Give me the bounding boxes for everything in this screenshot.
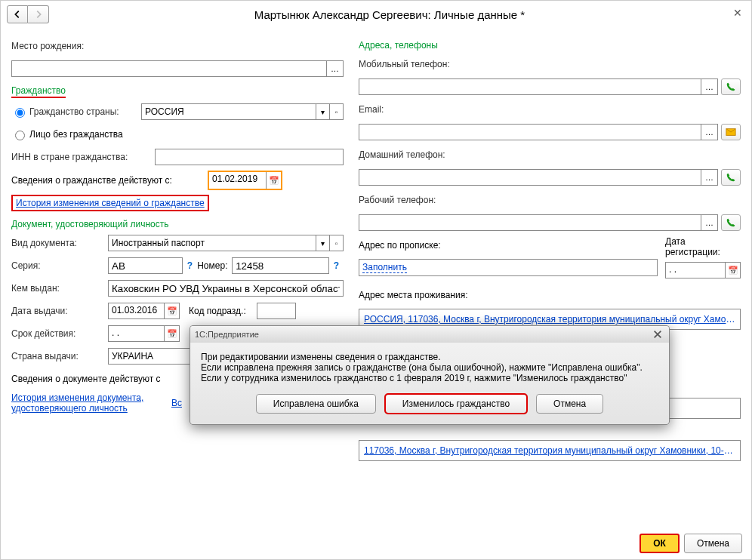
issue-country-label: Страна выдачи: [11, 351, 108, 362]
identity-doc-section-header: Документ, удостоверяющий личность [11, 219, 168, 229]
arrow-right-icon [33, 9, 44, 20]
citizen-country-value: РОССИЯ [142, 106, 316, 117]
chevron-down-icon[interactable]: ▾ [316, 104, 329, 119]
extra-address-2-link[interactable]: 117036, Москва г, Внутригородская террит… [362, 443, 737, 458]
citizen-since-value: 01.02.2019 [209, 172, 266, 189]
nav-forward-button[interactable] [28, 5, 49, 23]
calendar-icon[interactable]: 📅 [164, 303, 179, 318]
work-phone-label: Рабочий телефон: [359, 195, 470, 205]
window-title: Мартынюк Александр Сергеевич: Личные дан… [49, 8, 730, 21]
mobile-phone-input[interactable] [359, 78, 701, 95]
work-phone-input[interactable] [359, 214, 701, 231]
dialog-close-button[interactable] [651, 328, 664, 340]
dialog-message-3: Если у сотрудника изменилось гражданство… [201, 373, 658, 383]
dialog-cancel-button[interactable]: Отмена [536, 394, 603, 414]
phone-icon [726, 172, 736, 183]
series-label: Серия: [11, 260, 108, 271]
residence-address-label: Адрес места проживания: [359, 290, 468, 300]
inn-foreign-label: ИНН в стране гражданства: [11, 152, 155, 162]
call-mobile-button[interactable] [721, 78, 741, 95]
reg-date-label: Дата регистрации: [665, 236, 741, 257]
send-email-button[interactable] [721, 124, 741, 140]
open-ref-icon[interactable]: ▫ [329, 235, 343, 251]
inn-foreign-input[interactable] [155, 149, 344, 165]
cancel-button[interactable]: Отмена [684, 534, 742, 553]
nav-back-button[interactable] [7, 5, 28, 23]
doc-type-dropdown[interactable]: Иностранный паспорт ▾ ▫ [108, 235, 344, 251]
citizen-since-date[interactable]: 01.02.2019 📅 [209, 172, 281, 189]
series-hint[interactable]: ? [187, 260, 193, 271]
call-work-button[interactable] [721, 214, 741, 231]
calendar-icon[interactable]: 📅 [164, 326, 179, 341]
mobile-phone-label: Мобильный телефон: [359, 59, 470, 69]
validity-date-field[interactable]: . . 📅 [108, 325, 180, 342]
doc-since-label: Сведения о документе действуют с [11, 374, 161, 384]
work-phone-more-button[interactable]: … [701, 214, 718, 231]
number-label: Номер: [197, 260, 232, 271]
series-input[interactable] [108, 257, 183, 274]
reg-date-field[interactable]: . . 📅 [665, 262, 741, 278]
issued-by-label: Кем выдан: [11, 283, 108, 294]
number-input[interactable] [232, 257, 328, 274]
citizen-country-dropdown[interactable]: РОССИЯ ▾ ▫ [141, 103, 344, 120]
issue-date-value: 01.03.2016 [109, 303, 164, 318]
reg-date-value: . . [666, 263, 725, 278]
home-phone-label: Домашний телефон: [359, 149, 470, 160]
email-input[interactable] [359, 124, 701, 140]
mail-icon [726, 127, 736, 137]
issue-date-label: Дата выдачи: [11, 306, 108, 316]
dept-code-input[interactable] [257, 303, 296, 319]
mobile-phone-more-button[interactable]: … [701, 78, 718, 95]
ok-button[interactable]: ОК [640, 534, 680, 553]
dialog-message-2: Если исправлена прежняя запись о граждан… [201, 362, 658, 373]
citizenship-changed-button[interactable]: Изменилось гражданство [385, 394, 527, 414]
dialog-title: 1С:Предприятие [195, 330, 259, 339]
calendar-icon[interactable]: 📅 [266, 172, 281, 189]
validity-date-value: . . [109, 326, 164, 341]
no-citizen-radio[interactable] [15, 131, 25, 140]
confirmation-dialog: 1С:Предприятие При редактировании измене… [190, 325, 670, 425]
doc-type-value: Иностранный паспорт [109, 238, 316, 248]
number-hint[interactable]: ? [334, 260, 339, 271]
error-fixed-button[interactable]: Исправлена ошибка [256, 394, 376, 414]
no-citizen-label: Лицо без гражданства [29, 129, 123, 140]
birthplace-input[interactable] [11, 60, 327, 77]
close-icon [652, 329, 663, 340]
citizen-country-label: Гражданство страны: [29, 106, 141, 117]
chevron-down-icon[interactable]: ▾ [316, 235, 329, 251]
dialog-message-1: При редактировании изменены сведения о г… [201, 352, 658, 362]
issue-date-field[interactable]: 01.03.2016 📅 [108, 303, 180, 319]
issued-by-input[interactable] [108, 280, 344, 297]
phone-icon [726, 217, 736, 228]
citizen-country-radio[interactable] [15, 108, 25, 118]
citizen-since-label: Сведения о гражданстве действуют с: [11, 175, 208, 186]
dept-code-label: Код подразд.: [189, 306, 257, 316]
reg-address-label: Адрес по прописке: [359, 240, 441, 251]
citizenship-history-link[interactable]: История изменения сведений о гражданстве [16, 198, 205, 208]
home-phone-more-button[interactable]: … [701, 169, 718, 186]
email-more-button[interactable]: … [701, 124, 718, 140]
citizenship-section-header: Гражданство [11, 85, 66, 98]
validity-label: Срок действия: [11, 328, 108, 339]
residence-address-link[interactable]: РОССИЯ, 117036, Москва г, Внутригородска… [362, 312, 737, 327]
home-phone-input[interactable] [359, 169, 701, 186]
arrow-left-icon [12, 9, 23, 20]
birthplace-label: Место рождения: [11, 41, 108, 51]
window-close-button[interactable]: ✕ [730, 7, 745, 22]
phone-icon [726, 82, 736, 92]
call-home-button[interactable] [721, 169, 741, 186]
all-docs-link[interactable]: Вс [171, 398, 182, 408]
doc-history-link[interactable]: История изменения документа, удостоверяю… [11, 392, 162, 414]
birthplace-more-button[interactable]: … [327, 60, 344, 77]
addresses-phones-header: Адреса, телефоны [359, 40, 438, 51]
doc-type-label: Вид документа: [11, 238, 108, 248]
open-ref-icon[interactable]: ▫ [329, 104, 343, 119]
email-label: Email: [359, 104, 470, 115]
reg-address-fill-link[interactable]: Заполнить [362, 262, 407, 273]
calendar-icon[interactable]: 📅 [725, 263, 740, 278]
